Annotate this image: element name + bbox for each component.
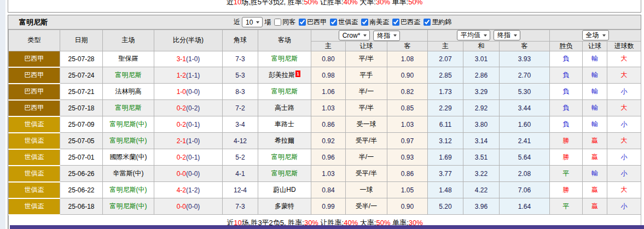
filter-checkbox[interactable]	[274, 19, 281, 26]
halftime-score: (0-1)	[186, 121, 200, 128]
home-team-link[interactable]: 法林明高	[115, 87, 142, 95]
handicap-away-odds: 1.05	[387, 182, 428, 198]
handicap-home-odds: 0.84	[311, 182, 346, 198]
away-team-link[interactable]: 蔚山HD	[273, 186, 295, 193]
home-team-link[interactable]: 富明尼斯(中)	[110, 186, 147, 193]
euro-draw-odds: 2.92	[463, 100, 500, 116]
goals-value: 大	[621, 186, 628, 193]
home-team-link[interactable]: 富明尼斯(中)	[110, 202, 147, 210]
handicap-result-cell: 輸	[583, 51, 607, 67]
filter-option[interactable]: 世俱盃	[327, 17, 358, 27]
home-team-cell: 富明尼斯(中)	[103, 133, 154, 149]
goals-value: 小	[621, 169, 628, 177]
sub-header-handicap-line: 让球	[346, 41, 387, 51]
fulltime-score: 3-1	[177, 55, 186, 63]
home-team-link[interactable]: 富明尼斯(中)	[110, 137, 147, 144]
filter-label: 里約錦	[432, 17, 451, 27]
home-team-link[interactable]: 辛當斯(中)	[113, 169, 144, 177]
handicap-away-odds: 0.86	[387, 166, 428, 182]
away-team-link[interactable]: 富明尼斯	[271, 87, 298, 95]
goals-value: 小	[621, 120, 628, 128]
euro-away-odds: 3.93	[500, 51, 550, 67]
filter-checkbox[interactable]	[392, 19, 399, 26]
match-row: 巴西甲25-07-24富明尼斯1-2(1-1)5-3彭美拉斯10.98平手0.9…	[9, 67, 641, 84]
home-team-link[interactable]: 國際米蘭(中)	[110, 153, 147, 161]
euro-home-odds: 1.73	[428, 84, 463, 100]
handicap-result-cell: 贏	[583, 182, 607, 198]
score-cell: 0-2(0-1)	[154, 149, 223, 166]
home-team-link[interactable]: 富明尼斯(中)	[110, 120, 147, 128]
europe-stage-select[interactable]: 终指	[494, 30, 520, 40]
euro-draw-odds: 3.14	[463, 133, 500, 149]
summary-segment: 近	[227, 0, 234, 6]
outcome-value: 負	[563, 71, 570, 79]
halftime-score: (0-1)	[186, 154, 200, 161]
league-cell: 巴西甲	[9, 51, 60, 67]
home-team-cell: 富明尼斯(中)	[103, 116, 154, 133]
filter-option[interactable]: 巴西甲	[295, 17, 327, 27]
date-cell: 25-06-18	[60, 198, 103, 215]
handicap-result-value: 輸	[591, 71, 598, 79]
filter-checkbox[interactable]	[361, 19, 368, 26]
filter-option[interactable]: 巴西盃	[389, 17, 420, 27]
score-cell: 0-2(0-2)	[154, 100, 223, 116]
match-row: 世俱盃25-06-18富明尼斯(中)0-0(0-0)7-3多蒙特0.99受半/一…	[9, 198, 641, 215]
home-team-link[interactable]: 聖保羅	[119, 55, 138, 62]
euro-away-odds: 2.70	[500, 67, 550, 84]
filter-checkbox[interactable]	[330, 19, 337, 26]
top-summary-text: 近10场,胜5平3负2, 胜率:50% 让胜率:40% 大率:30% 单率:50…	[8, 0, 641, 7]
home-team-link[interactable]: 富明尼斯	[115, 104, 142, 111]
score-cell: 0-0(0-0)	[154, 198, 223, 215]
score-cell: 4-2(1-2)	[154, 182, 223, 198]
date-cell: 25-07-21	[60, 84, 103, 100]
filter-option[interactable]: 里約錦	[420, 17, 451, 27]
chevron-down-icon	[602, 34, 606, 37]
away-team-link[interactable]: 富明尼斯	[271, 169, 298, 177]
fulltime-score: 1-0	[177, 88, 186, 96]
goals-cell: 小	[607, 198, 641, 215]
sub-header-handicap-away: 客	[387, 41, 428, 51]
euro-draw-odds: 3.01	[463, 51, 500, 67]
handicap-source-select[interactable]: Crow*	[339, 30, 370, 40]
halftime-score: (1-2)	[186, 186, 200, 194]
handicap-stage-select[interactable]: 终指	[373, 31, 400, 41]
outcome-value: 負	[563, 87, 570, 95]
away-team-link[interactable]: 富明尼斯	[271, 55, 298, 62]
filter-option[interactable]: 南美盃	[358, 17, 389, 27]
corners-cell: 12-4	[223, 182, 258, 198]
date-cell: 25-07-28	[60, 51, 103, 67]
corners-cell: 7-3	[223, 198, 258, 215]
goals-cell: 大	[607, 67, 641, 84]
handicap-line: 半/一	[346, 149, 387, 166]
league-cell: 世俱盃	[9, 198, 60, 215]
goals-value: 大	[621, 104, 628, 111]
handicap-home-odds: 0.86	[311, 116, 346, 133]
filter-checkbox[interactable]	[299, 19, 306, 26]
chevron-down-icon	[256, 21, 259, 24]
handicap-result-cell: 贏	[583, 133, 607, 149]
handicap-result-value: 輸	[591, 104, 598, 111]
col-header-league: 类型	[9, 30, 60, 51]
filter-option[interactable]: 同客	[271, 17, 295, 27]
away-team-link[interactable]: 高士路	[275, 104, 294, 111]
scope-select[interactable]: 全场	[582, 30, 609, 40]
away-team-link[interactable]: 車路士	[275, 120, 294, 128]
away-team-link[interactable]: 希拉爾	[275, 137, 294, 144]
europe-source-select[interactable]: 平均值	[457, 30, 490, 40]
euro-away-odds: 5.64	[500, 149, 550, 166]
sub-header-europe-draw: 和	[463, 41, 500, 51]
recent-count-select[interactable]: 10	[242, 17, 263, 27]
euro-away-odds: 2.41	[500, 133, 550, 149]
col-header-home: 主场	[103, 30, 154, 51]
match-row: 世俱盃25-06-26辛當斯(中)0-0(0-0)4-1富明尼斯1.03受平/半…	[9, 166, 641, 182]
euro-home-odds: 1.69	[428, 149, 463, 166]
away-team-link[interactable]: 多蒙特	[275, 202, 294, 210]
handicap-result-cell: 輸	[583, 166, 607, 182]
home-team-cell: 聖保羅	[103, 51, 154, 67]
away-team-link[interactable]: 彭美拉斯	[269, 71, 295, 79]
filter-checkbox[interactable]	[423, 19, 431, 26]
corners-cell: 4-1	[223, 166, 258, 182]
home-team-link[interactable]: 富明尼斯	[115, 71, 142, 79]
away-team-link[interactable]: 富明尼斯	[271, 153, 298, 161]
euro-away-odds: 7.06	[500, 182, 550, 198]
